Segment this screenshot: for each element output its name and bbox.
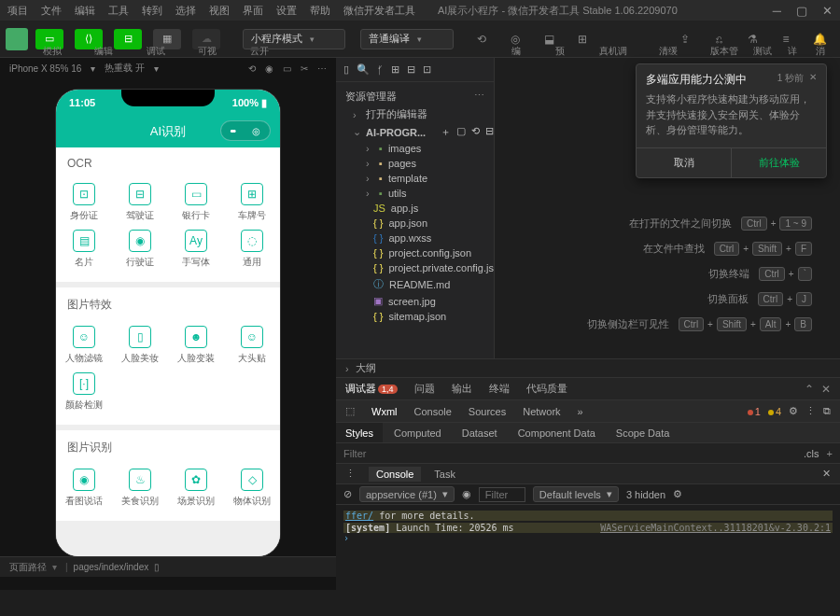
tree-folder[interactable]: ›▪utils bbox=[336, 186, 494, 201]
recognize-item[interactable]: ◉看图说话 bbox=[56, 465, 112, 511]
devtab-wxml[interactable]: Wxml bbox=[371, 406, 398, 417]
tree-folder[interactable]: ›▪pages bbox=[336, 156, 494, 171]
tree-file[interactable]: { }app.json bbox=[336, 216, 494, 231]
menu-item[interactable]: 微信开发者工具 bbox=[343, 4, 415, 18]
menu-item[interactable]: 编辑 bbox=[75, 4, 95, 18]
recognize-item[interactable]: ✿场景识别 bbox=[168, 465, 224, 511]
ocr-item[interactable]: ◌通用 bbox=[224, 226, 280, 273]
menu-item[interactable]: 视图 bbox=[209, 4, 230, 18]
ocr-item[interactable]: ▤名片 bbox=[56, 226, 112, 273]
close-drawer-icon[interactable]: ✕ bbox=[822, 468, 831, 480]
db-icon[interactable]: ⊡ bbox=[423, 63, 431, 76]
popout-icon[interactable]: ⧉ bbox=[823, 405, 831, 417]
tree-file[interactable]: { }app.wxss bbox=[336, 231, 494, 245]
hidden-count[interactable]: 3 hidden bbox=[626, 489, 665, 500]
cut-icon[interactable]: ✂ bbox=[301, 63, 308, 74]
inspect-icon[interactable]: ⬚ bbox=[345, 405, 355, 417]
phone-simulator[interactable]: 11:05 100% ▮ AI识别 •••◎ OCR ⊡身份证 ⊟驾驶证 ▭银行… bbox=[56, 90, 280, 556]
styles-tab[interactable]: Styles bbox=[336, 423, 383, 442]
tree-folder[interactable]: ›▪template bbox=[336, 171, 494, 186]
cancel-button[interactable]: 取消 bbox=[637, 148, 731, 177]
avatar[interactable] bbox=[6, 28, 28, 50]
scopedata-tab[interactable]: Scope Data bbox=[607, 423, 679, 442]
close-icon[interactable]: ✕ bbox=[822, 4, 833, 18]
tree-file[interactable]: { }sitemap.json bbox=[336, 309, 494, 324]
hot-reload[interactable]: 热重载 开 bbox=[105, 62, 145, 75]
tab-quality[interactable]: 代码质量 bbox=[526, 382, 567, 396]
effect-item[interactable]: ☺大头贴 bbox=[224, 322, 280, 369]
ocr-item[interactable]: ⊟驾驶证 bbox=[112, 179, 168, 226]
tree-file[interactable]: JSapp.js bbox=[336, 201, 494, 216]
collapse-icon[interactable]: ⊟ bbox=[485, 125, 494, 139]
dataset-tab[interactable]: Dataset bbox=[453, 423, 507, 442]
computed-tab[interactable]: Computed bbox=[385, 423, 451, 442]
levels-select[interactable]: Default levels▾ bbox=[533, 486, 619, 502]
tree-file[interactable]: { }project.config.json bbox=[336, 245, 494, 260]
device-label[interactable]: iPhone X 85% 16 bbox=[9, 63, 81, 74]
tab-problems[interactable]: 问题 bbox=[414, 382, 435, 396]
more-icon[interactable]: ⋯ bbox=[474, 90, 484, 104]
refresh-tree-icon[interactable]: ⟲ bbox=[471, 125, 480, 139]
tree-folder[interactable]: ›▪images bbox=[336, 141, 494, 156]
search-icon[interactable]: 🔍 bbox=[357, 63, 370, 76]
menu-item[interactable]: 帮助 bbox=[310, 4, 330, 18]
ocr-item[interactable]: ▭银行卡 bbox=[168, 179, 224, 226]
devtab-network[interactable]: Network bbox=[523, 406, 560, 417]
componentdata-tab[interactable]: Component Data bbox=[509, 423, 605, 442]
minimize-icon[interactable]: ─ bbox=[773, 4, 781, 18]
plugin-icon[interactable]: ⊟ bbox=[407, 63, 415, 76]
menu-item[interactable]: 转到 bbox=[142, 4, 162, 18]
devtab-more[interactable]: » bbox=[578, 406, 583, 417]
recognize-item[interactable]: ◇物体识别 bbox=[224, 465, 280, 511]
refresh-sim-icon[interactable]: ⟲ bbox=[248, 63, 256, 74]
context-select[interactable]: appservice (#1)▾ bbox=[359, 486, 455, 502]
ext-icon[interactable]: ⊞ bbox=[391, 63, 399, 76]
effect-item[interactable]: ☻人脸变装 bbox=[168, 322, 224, 369]
outline-bar[interactable]: › 大纲 bbox=[336, 358, 840, 377]
tree-file[interactable]: ▣screen.jpg bbox=[336, 293, 494, 309]
breadcrumb[interactable]: 页面路径▾ | pages/index/index ▯ bbox=[0, 556, 336, 577]
tree-project[interactable]: ⌄AI-PROGR... ＋ ▢ ⟲ ⊟ bbox=[336, 123, 494, 141]
explorer-icon[interactable]: ▯ bbox=[343, 63, 349, 76]
menu-item[interactable]: 界面 bbox=[243, 4, 263, 18]
tab-terminal[interactable]: 终端 bbox=[489, 382, 510, 396]
ocr-item[interactable]: ⊡身份证 bbox=[56, 179, 112, 226]
branch-icon[interactable]: ᚶ bbox=[377, 64, 384, 76]
new-file-icon[interactable]: ＋ bbox=[441, 125, 451, 139]
menu-item[interactable]: 设置 bbox=[276, 4, 297, 18]
console-kebab[interactable]: ⋮ bbox=[345, 468, 356, 480]
screenshot-icon[interactable]: ▭ bbox=[283, 63, 291, 74]
tree-section[interactable]: ›打开的编辑器 bbox=[336, 105, 494, 123]
close-icon[interactable]: ✕ bbox=[821, 383, 831, 396]
record-icon[interactable]: ◉ bbox=[265, 63, 273, 74]
menu-item[interactable]: 项目 bbox=[7, 4, 28, 18]
effect-item[interactable]: ▯人脸美妆 bbox=[112, 322, 168, 369]
ocr-item[interactable]: ⊞车牌号 bbox=[224, 179, 280, 226]
kebab-icon[interactable]: ⋮ bbox=[805, 405, 816, 417]
new-folder-icon[interactable]: ▢ bbox=[456, 125, 466, 139]
tab-debugger[interactable]: 调试器1,4 bbox=[345, 382, 398, 396]
console-tab[interactable]: Console bbox=[369, 467, 421, 482]
compile-select[interactable]: 普通编译 bbox=[360, 29, 454, 49]
more-icon[interactable]: ⋯ bbox=[317, 63, 327, 74]
task-tab[interactable]: Task bbox=[434, 469, 455, 480]
tree-file[interactable]: { }project.private.config.js... bbox=[336, 260, 494, 275]
menu-item[interactable]: 选择 bbox=[175, 4, 196, 18]
effect-item[interactable]: [·]颜龄检测 bbox=[56, 369, 112, 415]
gear-icon[interactable]: ⚙ bbox=[673, 488, 682, 500]
ocr-item[interactable]: ◉行驶证 bbox=[112, 226, 168, 273]
refresh-icon[interactable]: ⟲ bbox=[469, 29, 494, 49]
tab-output[interactable]: 输出 bbox=[452, 382, 472, 396]
tree-file[interactable]: ⓘREADME.md bbox=[336, 275, 494, 293]
devtab-sources[interactable]: Sources bbox=[469, 406, 506, 417]
styles-filter-input[interactable] bbox=[343, 448, 796, 459]
capsule-button[interactable]: •••◎ bbox=[220, 120, 271, 141]
cls-toggle[interactable]: .cls bbox=[804, 448, 819, 459]
chevron-up-icon[interactable]: ⌃ bbox=[805, 383, 814, 396]
maximize-icon[interactable]: ▢ bbox=[796, 4, 807, 18]
console-filter-input[interactable] bbox=[479, 487, 525, 502]
clear-cache-icon[interactable]: ⊞ bbox=[570, 29, 595, 49]
recognize-item[interactable]: ♨美食识别 bbox=[112, 465, 168, 511]
eye-icon[interactable]: ◉ bbox=[462, 488, 471, 500]
clear-console-icon[interactable]: ⊘ bbox=[343, 488, 352, 500]
